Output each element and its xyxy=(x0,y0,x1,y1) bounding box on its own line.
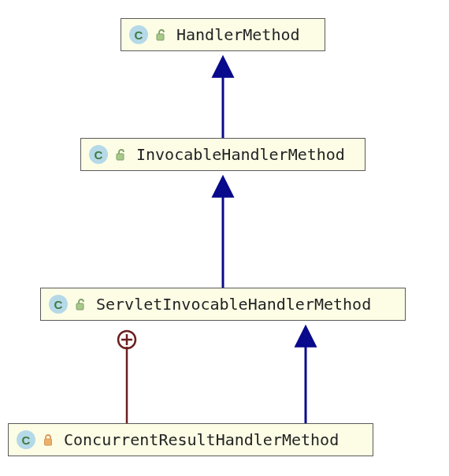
class-label: InvocableHandlerMethod xyxy=(136,145,345,164)
unlock-icon xyxy=(154,28,167,41)
lock-icon xyxy=(42,433,54,446)
class-icon: C xyxy=(129,25,148,44)
class-label: ConcurrentResultHandlerMethod xyxy=(64,430,339,449)
unlock-icon xyxy=(74,298,87,311)
class-icon: C xyxy=(17,430,35,449)
class-node-servlet-invocable-handler-method[interactable]: C ServletInvocableHandlerMethod xyxy=(40,288,406,321)
class-node-invocable-handler-method[interactable]: C InvocableHandlerMethod xyxy=(80,138,366,171)
class-icon: C xyxy=(49,295,68,314)
svg-rect-10 xyxy=(45,439,52,445)
unlock-icon xyxy=(114,148,127,161)
svg-rect-8 xyxy=(117,154,124,160)
class-label: HandlerMethod xyxy=(176,25,300,44)
class-icon: C xyxy=(89,145,108,164)
svg-rect-7 xyxy=(157,34,164,40)
class-node-handler-method[interactable]: C HandlerMethod xyxy=(121,18,325,51)
class-node-concurrent-result-handler-method[interactable]: C ConcurrentResultHandlerMethod xyxy=(8,423,373,456)
svg-rect-9 xyxy=(76,303,83,310)
svg-point-4 xyxy=(118,331,135,348)
class-label: ServletInvocableHandlerMethod xyxy=(96,295,371,314)
connectors xyxy=(0,0,449,476)
